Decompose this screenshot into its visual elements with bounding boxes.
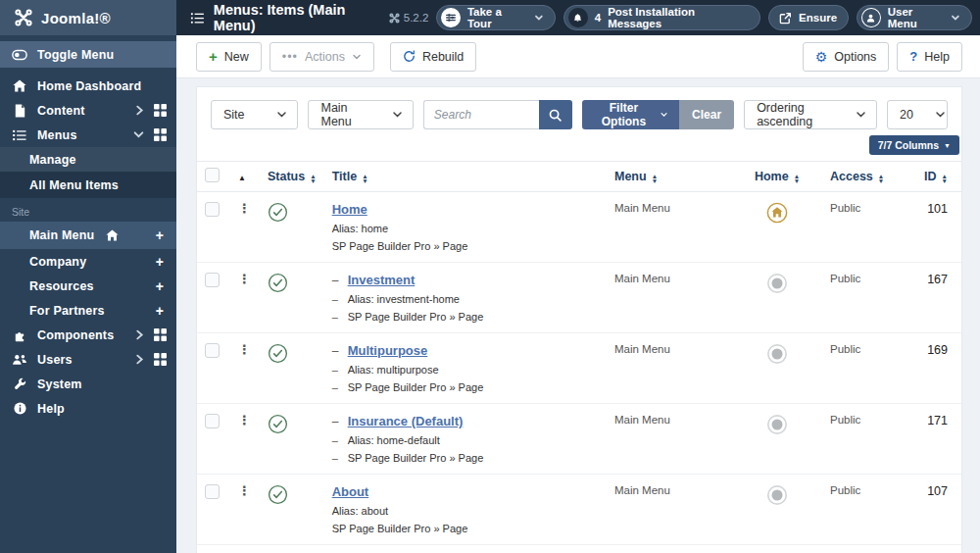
drag-handle-icon[interactable]: ⋮ xyxy=(238,272,251,286)
take-a-tour-button[interactable]: Take a Tour xyxy=(436,5,556,30)
grid-icon[interactable] xyxy=(154,104,167,117)
sidebar-item-company[interactable]: Company + xyxy=(0,249,176,274)
sidebar-item-help[interactable]: Help xyxy=(0,396,176,421)
header-title[interactable]: Title▲▼ xyxy=(324,162,607,192)
sidebar-item-components[interactable]: Components xyxy=(0,323,176,347)
menu-item-title-link[interactable]: Investment xyxy=(348,273,416,287)
sidebar-item-for-partners[interactable]: For Partners + xyxy=(0,298,176,323)
menu-item-title-link[interactable]: Insurance (Default) xyxy=(348,414,464,428)
menu-filter-select[interactable]: Main Menu xyxy=(308,100,413,129)
sidebar-item-all-menu-items[interactable]: All Menu Items xyxy=(0,172,176,198)
row-checkbox[interactable] xyxy=(205,414,220,428)
home-unset-icon[interactable] xyxy=(766,414,788,435)
menu-item-title-link[interactable]: Home xyxy=(332,202,368,217)
sidebar-item-users[interactable]: Users xyxy=(0,347,176,372)
columns-row: 7/7 Columns ▼ xyxy=(197,131,961,155)
header-home[interactable]: Home▲▼ xyxy=(732,162,822,192)
search-button[interactable] xyxy=(539,100,572,129)
row-checkbox[interactable] xyxy=(205,343,220,358)
filter-bar: Site Main Menu xyxy=(197,87,961,131)
home-default-icon[interactable] xyxy=(766,202,788,224)
help-button[interactable]: ? Help xyxy=(897,42,962,72)
grid-icon[interactable] xyxy=(154,128,167,141)
menu-items-table-wrap: ▲ Status▲▼ Title▲▼ Menu▲▼ Home▲▼ Access▲… xyxy=(197,161,961,553)
status-published-icon[interactable] xyxy=(268,273,288,293)
table-header-row: ▲ Status▲▼ Title▲▼ Menu▲▼ Home▲▼ Access▲… xyxy=(197,162,961,192)
ordering-asc-icon[interactable]: ▲ xyxy=(238,174,246,182)
sidebar-item-label: Home Dashboard xyxy=(37,79,167,93)
menu-name-cell: Main Menu xyxy=(607,404,732,475)
status-published-icon[interactable] xyxy=(268,484,288,505)
drag-handle-icon[interactable]: ⋮ xyxy=(238,201,251,216)
indent-dash: – xyxy=(332,434,348,446)
status-published-icon[interactable] xyxy=(268,343,288,364)
question-icon: ? xyxy=(909,49,917,64)
row-checkbox[interactable] xyxy=(205,484,220,499)
grid-icon[interactable] xyxy=(154,328,167,341)
menu-item-title-link[interactable]: Multipurpose xyxy=(348,343,428,358)
add-menu-item-button[interactable]: + xyxy=(156,303,167,319)
menu-name-cell: Main Menu xyxy=(607,545,732,553)
search-input[interactable] xyxy=(423,100,539,129)
header-status[interactable]: Status▲▼ xyxy=(260,162,324,192)
chevron-right-icon xyxy=(135,105,144,116)
joomla-logo[interactable]: Joomla!® xyxy=(0,0,176,35)
header-access[interactable]: Access▲▼ xyxy=(822,162,908,192)
sidebar-item-resources[interactable]: Resources + xyxy=(0,274,176,298)
site-preview-label: Ensure xyxy=(799,12,837,24)
caret-down-icon: ▼ xyxy=(944,142,951,149)
menu-items-table: ▲ Status▲▼ Title▲▼ Menu▲▼ Home▲▼ Access▲… xyxy=(197,161,961,553)
access-level-cell: Public xyxy=(822,545,908,553)
header-id[interactable]: ID▲▼ xyxy=(908,162,961,192)
home-unset-icon[interactable] xyxy=(766,343,788,365)
row-checkbox[interactable] xyxy=(205,273,220,287)
gear-icon: ⚙ xyxy=(815,49,828,65)
list-icon xyxy=(12,129,27,141)
chevron-down-icon xyxy=(925,111,956,119)
home-unset-icon[interactable] xyxy=(766,484,788,506)
chevron-right-icon xyxy=(135,329,144,340)
page-title-wrap: Menus: Items (Main Menu) xyxy=(176,2,389,33)
site-filter-select[interactable]: Site xyxy=(211,100,298,129)
home-unset-icon[interactable] xyxy=(766,273,788,294)
post-installation-messages-button[interactable]: 4 Post Installation Messages xyxy=(564,5,760,30)
drag-handle-icon[interactable]: ⋮ xyxy=(238,413,251,427)
status-published-icon[interactable] xyxy=(268,202,288,223)
sidebar-item-content[interactable]: Content xyxy=(0,98,176,123)
site-preview-button[interactable]: Ensure xyxy=(768,5,849,30)
columns-toggle-button[interactable]: 7/7 Columns ▼ xyxy=(869,135,959,155)
limit-select[interactable]: 20 xyxy=(887,100,948,129)
user-menu-button[interactable]: User Menu xyxy=(857,5,972,30)
filter-options-button[interactable]: Filter Options xyxy=(582,100,679,129)
status-published-icon[interactable] xyxy=(268,414,288,434)
ordering-select[interactable]: Ordering ascending xyxy=(744,100,877,129)
select-all-checkbox[interactable] xyxy=(205,168,220,182)
take-a-tour-label: Take a Tour xyxy=(467,6,528,29)
sidebar-item-home-dashboard[interactable]: Home Dashboard xyxy=(0,74,176,98)
grid-icon[interactable] xyxy=(154,353,167,366)
add-menu-item-button[interactable]: + xyxy=(156,227,167,243)
drag-handle-icon[interactable]: ⋮ xyxy=(238,483,251,498)
messages-count: 4 xyxy=(595,12,601,24)
toggle-menu-button[interactable]: Toggle Menu xyxy=(0,41,176,68)
sidebar-item-manage[interactable]: Manage xyxy=(0,147,176,172)
sidebar-item-menus[interactable]: Menus xyxy=(0,123,176,147)
rebuild-button-label: Rebuild xyxy=(422,50,464,64)
options-button[interactable]: ⚙ Options xyxy=(803,42,890,72)
add-menu-item-button[interactable]: + xyxy=(156,278,167,294)
new-button[interactable]: + New xyxy=(196,42,262,72)
options-button-label: Options xyxy=(834,50,876,64)
row-checkbox[interactable] xyxy=(205,202,220,217)
header-menu[interactable]: Menu▲▼ xyxy=(607,162,732,192)
joomla-mini-icon xyxy=(389,13,400,24)
actions-button[interactable]: ••• Actions xyxy=(270,42,374,72)
drag-handle-icon[interactable]: ⋮ xyxy=(238,342,251,357)
sidebar-item-main-menu[interactable]: Main Menu + xyxy=(0,222,176,249)
add-menu-item-button[interactable]: + xyxy=(156,254,167,270)
sidebar-item-system[interactable]: System xyxy=(0,372,176,396)
sidebar-item-label: Manage xyxy=(12,153,167,167)
access-level-cell: Public xyxy=(822,333,908,404)
clear-button[interactable]: Clear xyxy=(679,100,734,129)
menu-item-title-link[interactable]: About xyxy=(332,484,369,499)
rebuild-button[interactable]: Rebuild xyxy=(390,42,476,72)
